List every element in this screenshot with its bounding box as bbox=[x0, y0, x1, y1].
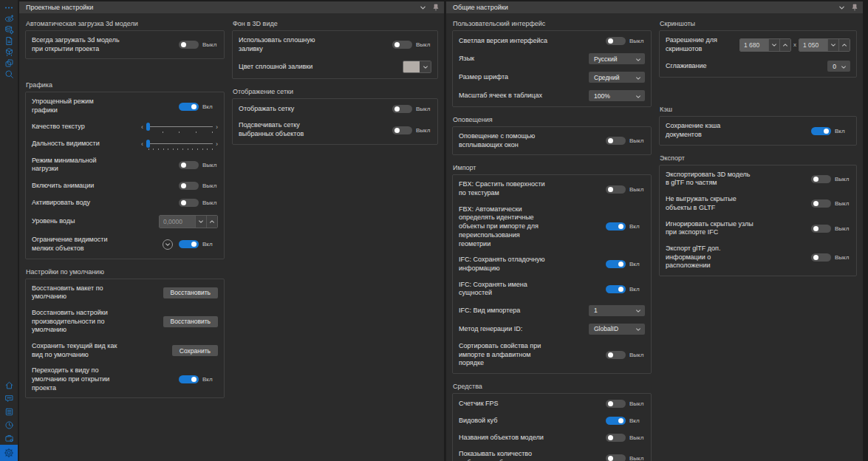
toggle-switch[interactable] bbox=[392, 105, 412, 113]
dropdown-select[interactable]: Русский bbox=[589, 53, 645, 64]
toggle-switch[interactable] bbox=[811, 199, 831, 208]
slider-left-arrow[interactable]: ‹ bbox=[141, 141, 143, 148]
toggle-state-label: Вкл bbox=[202, 103, 218, 110]
pin-panel-button[interactable] bbox=[433, 4, 439, 11]
sidebar-item-history[interactable] bbox=[0, 418, 18, 431]
sidebar-item-home[interactable] bbox=[0, 378, 18, 392]
slider-right-arrow[interactable]: › bbox=[216, 124, 218, 131]
toggle-switch[interactable] bbox=[606, 417, 626, 425]
toggle-switch[interactable] bbox=[606, 185, 626, 194]
sidebar-item-layers[interactable] bbox=[0, 58, 18, 69]
stepper-down-button[interactable] bbox=[768, 39, 779, 51]
slider-handle[interactable] bbox=[146, 123, 150, 131]
resolution-width-stepper[interactable]: 1 680 bbox=[739, 38, 791, 52]
toggle-switch[interactable] bbox=[179, 182, 199, 190]
toggle-knob bbox=[813, 201, 819, 206]
toggle-switch[interactable] bbox=[606, 434, 626, 442]
sidebar-item-view3d[interactable] bbox=[0, 13, 18, 24]
toggle-switch[interactable] bbox=[606, 137, 626, 145]
stepper-up-button[interactable] bbox=[779, 39, 790, 51]
toggle-switch[interactable] bbox=[811, 127, 831, 135]
resolution-height-stepper[interactable]: 1 050 bbox=[799, 38, 850, 52]
toggle-switch[interactable] bbox=[392, 126, 412, 134]
settings-icon bbox=[4, 448, 14, 458]
toggle-switch[interactable] bbox=[179, 161, 199, 169]
toggle-state-label: Выкл bbox=[629, 186, 645, 193]
toggle-state-label: Выкл bbox=[835, 176, 850, 182]
pin-panel-button[interactable] bbox=[852, 4, 858, 11]
expand-button[interactable] bbox=[163, 239, 173, 250]
dropdown-select[interactable]: 100% bbox=[589, 90, 645, 101]
slider-track[interactable] bbox=[146, 123, 213, 132]
sidebar-item-database[interactable] bbox=[0, 24, 18, 35]
slider-tick-mark bbox=[173, 148, 174, 150]
slider[interactable]: ‹› bbox=[141, 123, 218, 132]
slider-handle[interactable] bbox=[146, 140, 150, 148]
settings-row: IFC: Сохранять отладочную информациюВкл bbox=[459, 252, 645, 276]
toggle-switch[interactable] bbox=[179, 375, 199, 383]
toggle-switch[interactable] bbox=[606, 285, 626, 293]
action-button[interactable]: Сохранить bbox=[172, 345, 218, 356]
settings-section: Автоматическая загрузка 3d моделиВсегда … bbox=[25, 20, 225, 59]
toggle-switch[interactable] bbox=[606, 37, 626, 45]
slider-left-arrow[interactable]: ‹ bbox=[141, 124, 143, 131]
collapse-panel-button[interactable] bbox=[420, 4, 426, 11]
stepper-up-button[interactable] bbox=[838, 39, 850, 51]
toggle-switch[interactable] bbox=[606, 222, 626, 230]
toggle-switch[interactable] bbox=[179, 240, 199, 248]
row-label: IFC: Сохранять отладочную информацию bbox=[459, 256, 600, 273]
dropdown-select[interactable]: Средний bbox=[589, 72, 645, 83]
toggle-switch[interactable] bbox=[811, 253, 831, 262]
toggle-switch[interactable] bbox=[179, 41, 199, 49]
dropdown-select[interactable]: GlobalID bbox=[589, 324, 645, 335]
settings-row: Дальность видимости‹› bbox=[32, 136, 218, 153]
settings-section: ИмпортFBX: Срастить поверхности по текст… bbox=[452, 164, 652, 374]
settings-row: Всегда загружать 3d модель при открытии … bbox=[32, 33, 218, 57]
stepper-up-button[interactable] bbox=[206, 216, 217, 228]
toggle-switch[interactable] bbox=[606, 260, 626, 268]
toggle-switch[interactable] bbox=[606, 400, 626, 408]
sidebar-item-document[interactable] bbox=[0, 35, 18, 47]
toggle-switch[interactable] bbox=[606, 351, 626, 359]
action-button[interactable]: Восстановить bbox=[163, 316, 218, 327]
row-label: Подсвечивать сетку выбранных объектов bbox=[239, 121, 386, 138]
settings-section: ОповещенияОповещение с помощью всплывающ… bbox=[452, 116, 652, 155]
collapse-panel-button[interactable] bbox=[838, 4, 845, 11]
settings-row: Экспорт glTF доп. информации о расположе… bbox=[666, 241, 850, 274]
dropdown-select[interactable]: 0 bbox=[827, 61, 850, 72]
panel-title: Общие настройки bbox=[453, 4, 508, 11]
toggle-state-label: Выкл bbox=[416, 127, 431, 134]
toggle-switch[interactable] bbox=[179, 199, 199, 207]
dropdown-select[interactable]: 1 bbox=[589, 305, 645, 316]
sidebar-item-chat[interactable] bbox=[0, 392, 18, 405]
sidebar-item-package[interactable] bbox=[0, 47, 18, 58]
sidebar-item-settings[interactable] bbox=[0, 445, 18, 461]
toggle-state-label: Выкл bbox=[416, 41, 431, 48]
toggle-switch[interactable] bbox=[811, 225, 831, 233]
toggle-switch[interactable] bbox=[392, 41, 412, 49]
model-view-icon bbox=[4, 14, 14, 24]
chevron-down-icon bbox=[635, 304, 641, 317]
slider[interactable]: ‹› bbox=[141, 140, 218, 149]
sidebar-item-list[interactable] bbox=[0, 405, 18, 418]
toggle-knob bbox=[813, 177, 819, 182]
resolution-separator: x bbox=[793, 41, 796, 48]
slider-right-arrow[interactable]: › bbox=[216, 141, 218, 148]
settings-row: Разрешение для скриншотов1 680x1 050 bbox=[666, 33, 850, 57]
action-button[interactable]: Восстановить bbox=[163, 287, 218, 298]
toggle-switch[interactable] bbox=[811, 175, 831, 183]
settings-row: Уровень воды0,0000 bbox=[32, 211, 218, 232]
row-label: Включить анимации bbox=[32, 182, 173, 191]
stepper-down-button[interactable] bbox=[195, 216, 206, 228]
sidebar-item-toolbox[interactable] bbox=[0, 431, 18, 445]
toggle-switch[interactable] bbox=[606, 454, 626, 461]
toggle-knob bbox=[608, 38, 613, 44]
toggle-switch[interactable] bbox=[179, 103, 199, 111]
slider-track[interactable] bbox=[146, 140, 213, 149]
sidebar-item-search[interactable] bbox=[0, 69, 18, 80]
color-picker[interactable] bbox=[403, 61, 431, 73]
sidebar-item-menu[interactable] bbox=[0, 2, 18, 13]
number-stepper[interactable]: 0,0000 bbox=[159, 215, 218, 228]
toggle-state-label: Вкл bbox=[629, 261, 645, 267]
stepper-down-button[interactable] bbox=[827, 39, 838, 51]
